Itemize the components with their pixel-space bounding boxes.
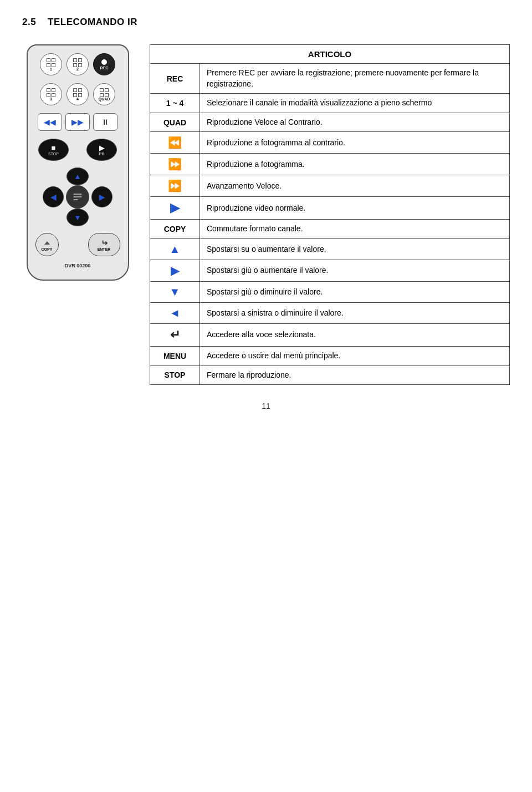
playback-row: ◀◀ ▶▶ ⏸: [38, 113, 117, 131]
table-row: ◄Spostarsi a sinistra o diminuire il val…: [150, 302, 510, 323]
btn-rec-label: REC: [100, 66, 109, 70]
table-row: ↵Accedere alla voce selezionata.: [150, 323, 510, 346]
button-play[interactable]: ▶▶: [65, 113, 90, 131]
btn-row-1: 1 2 REC: [40, 53, 115, 75]
button-menu[interactable]: [66, 185, 89, 209]
table-cell-desc: Avanzamento Veloce.: [200, 175, 510, 197]
arrow-left-icon: ◄: [157, 307, 193, 319]
table-row: COPYCommutare formato canale.: [150, 220, 510, 239]
table-cell-key: MENU: [150, 346, 200, 365]
play-arrow-right-icon: ▶: [157, 201, 193, 215]
btn-2-label: 2: [76, 67, 79, 71]
table-row: STOPFermare la riproduzione.: [150, 365, 510, 385]
button-pb[interactable]: ▶ PB: [86, 139, 117, 161]
button-stop[interactable]: ■ STOP: [38, 139, 69, 161]
table-row: ▶Riproduzione video normale.: [150, 197, 510, 220]
table-cell-desc: Accedere o uscire dal menù principale.: [200, 346, 510, 365]
button-2[interactable]: 2: [66, 53, 89, 75]
enter-label: ENTER: [98, 247, 111, 251]
table-row: ▶Spostarsi giù o aumentare il valore.: [150, 260, 510, 281]
table-cell-key: ↵: [150, 323, 200, 346]
copy-icon: [43, 238, 52, 246]
table-cell-desc: Spostarsi a sinistra o diminuire il valo…: [200, 302, 510, 323]
table-header: ARTICOLO: [150, 45, 510, 64]
table-cell-desc: Spostarsi su o aumentare il valore.: [200, 238, 510, 260]
remote-control: 1 2 REC 3: [27, 44, 129, 281]
reference-table: ARTICOLO RECPremere REC per avviare la r…: [150, 44, 510, 385]
arrow-down-icon: ▼: [157, 286, 193, 298]
table-cell-desc: Fermare la riproduzione.: [200, 365, 510, 385]
button-rec[interactable]: REC: [93, 53, 115, 75]
table-cell-key: ◄: [150, 302, 200, 323]
btn-1-label: 1: [50, 67, 52, 71]
bottom-row: COPY ↵ ENTER: [35, 233, 120, 256]
table-cell-desc: Commutare formato canale.: [200, 220, 510, 239]
arrow-up-icon: ▲: [157, 243, 193, 256]
button-pause[interactable]: ⏸: [93, 113, 117, 131]
nav-row-middle: ◀ ▶: [43, 185, 112, 209]
pb-label: PB: [99, 152, 104, 156]
section-number: 2.5: [22, 17, 36, 27]
table-row: ⏪Riproduzione a fotogramma al contrario.: [150, 132, 510, 154]
page-number: 11: [22, 402, 510, 410]
pb-icon: ▶: [99, 144, 105, 151]
table-cell-key: ⏩: [150, 154, 200, 175]
nav-row-up: ▲: [42, 167, 113, 185]
table-row: MENUAccedere o uscire dal menù principal…: [150, 346, 510, 365]
btn-4-label: 4: [76, 97, 79, 101]
table-cell-desc: Riproduzione Veloce al Contrario.: [200, 113, 510, 132]
copy-label: COPY: [42, 247, 53, 251]
table-row: QUADRiproduzione Veloce al Contrario.: [150, 113, 510, 132]
table-cell-key: ▶: [150, 260, 200, 281]
table-row: ⏩Avanzamento Veloce.: [150, 175, 510, 197]
remote-model: DVR 00200: [65, 263, 91, 268]
table-cell-key: COPY: [150, 220, 200, 239]
button-nav-down[interactable]: ▼: [66, 209, 89, 226]
stop-icon: ■: [52, 144, 56, 151]
table-cell-key: QUAD: [150, 113, 200, 132]
table-cell-desc: Riproduzione a fotogramma al contrario.: [200, 132, 510, 154]
button-nav-up[interactable]: ▲: [66, 167, 89, 185]
page-title: TELECOMANDO IR: [48, 17, 137, 27]
stop-label: STOP: [48, 152, 59, 156]
double-arrow-left-icon: ⏪: [157, 136, 193, 149]
table-cell-key: ▼: [150, 281, 200, 302]
remote-container: 1 2 REC 3: [22, 44, 133, 281]
button-4[interactable]: 4: [66, 83, 89, 105]
button-rewind[interactable]: ◀◀: [38, 113, 62, 131]
button-nav-right[interactable]: ▶: [91, 186, 112, 207]
arrow-right-icon: ▶: [157, 264, 193, 277]
btn-row-2: 3 4 QUAD: [40, 83, 115, 105]
table-row: RECPremere REC per avviare la registrazi…: [150, 64, 510, 94]
button-nav-left[interactable]: ◀: [43, 186, 64, 207]
table-cell-key: ⏪: [150, 132, 200, 154]
button-copy[interactable]: COPY: [35, 233, 59, 256]
table-cell-key: ▶: [150, 197, 200, 220]
double-arrow-right-icon: ⏩: [157, 179, 193, 192]
table-cell-desc: Riproduzione a fotogramma.: [200, 154, 510, 175]
table-row: ▲Spostarsi su o aumentare il valore.: [150, 238, 510, 260]
table-row: ⏩Riproduzione a fotogramma.: [150, 154, 510, 175]
table-cell-key: STOP: [150, 365, 200, 385]
button-enter[interactable]: ↵ ENTER: [88, 233, 120, 256]
stop-pb-row: ■ STOP ▶ PB: [38, 139, 117, 161]
table-cell-desc: Spostarsi giù o aumentare il valore.: [200, 260, 510, 281]
table-cell-desc: Spostarsi giù o diminuire il valore.: [200, 281, 510, 302]
section-title: 2.5 TELECOMANDO IR: [22, 17, 510, 28]
table-cell-desc: Premere REC per avviare la registrazione…: [200, 64, 510, 94]
table-cell-desc: Selezionare il canale in modalità visual…: [200, 94, 510, 113]
table-container: ARTICOLO RECPremere REC per avviare la r…: [150, 44, 510, 385]
main-content: 1 2 REC 3: [22, 44, 510, 385]
table-cell-key: ⏩: [150, 175, 200, 197]
table-cell-desc: Accedere alla voce selezionata.: [200, 323, 510, 346]
button-1[interactable]: 1: [40, 53, 62, 75]
enter-icon: ↵: [157, 328, 193, 342]
button-3[interactable]: 3: [40, 83, 62, 105]
table-cell-desc: Riproduzione video normale.: [200, 197, 510, 220]
table-cell-key: 1 ~ 4: [150, 94, 200, 113]
button-quad[interactable]: QUAD: [93, 83, 115, 105]
table-row: 1 ~ 4Selezionare il canale in modalità v…: [150, 94, 510, 113]
btn-quad-label: QUAD: [99, 97, 110, 101]
table-cell-key: REC: [150, 64, 200, 94]
btn-3-label: 3: [50, 97, 52, 101]
